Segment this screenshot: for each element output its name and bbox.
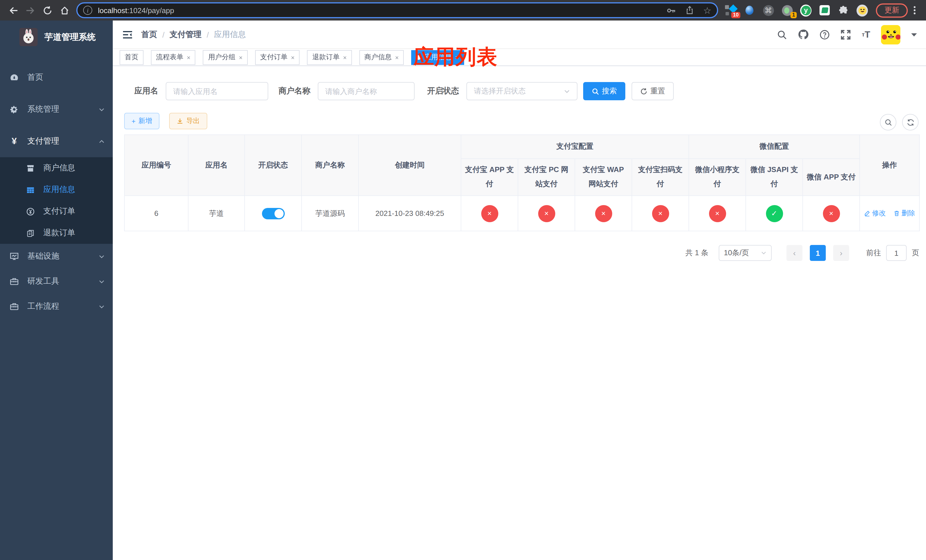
group-alipay-config: 支付宝配置 [461, 135, 689, 159]
reset-button[interactable]: 重置 [632, 82, 674, 100]
bookmark-star-icon[interactable]: ☆ [703, 5, 711, 16]
refresh-table-button[interactable] [902, 114, 918, 130]
status-select[interactable]: 请选择开启状态 [466, 82, 578, 100]
status-alipay-wap: × [595, 205, 612, 222]
font-size-icon[interactable]: тT [862, 29, 870, 39]
avatar-caret-icon[interactable] [911, 32, 917, 37]
grid-table-icon [25, 185, 35, 194]
status-alipay-app: × [481, 205, 498, 222]
plus-icon: + [132, 117, 136, 125]
search-button[interactable]: 搜索 [583, 82, 625, 100]
extension-sketch-icon[interactable]: 10 [725, 5, 736, 16]
extension-balloon-icon[interactable] [744, 5, 755, 16]
next-page-button[interactable]: › [833, 245, 849, 261]
sidebar-item-home[interactable]: 首页 [0, 62, 113, 94]
password-key-icon[interactable] [666, 5, 676, 15]
chevron-down-icon [98, 278, 105, 285]
tab-user-group[interactable]: 用户分组× [203, 50, 248, 65]
close-icon[interactable]: × [239, 54, 243, 61]
close-icon[interactable]: × [343, 54, 347, 61]
table-row: 6 芋道 芋道源码 2021-10-23 08:49:25 × × × × × … [124, 196, 920, 231]
search-icon [592, 88, 599, 95]
page-number-active[interactable]: 1 [810, 245, 826, 261]
user-avatar[interactable] [881, 25, 900, 44]
tab-merchant-info[interactable]: 商户信息× [359, 50, 404, 65]
github-icon[interactable] [798, 29, 809, 40]
search-icon[interactable] [777, 29, 787, 39]
enable-switch[interactable] [262, 207, 284, 219]
tab-pay-orders[interactable]: 支付订单× [255, 50, 300, 65]
forward-icon[interactable] [22, 2, 39, 19]
sidebar-item-pay-orders[interactable]: 支付订单 [0, 201, 113, 222]
export-button[interactable]: 导出 [169, 113, 207, 129]
cell-app-id: 6 [124, 196, 188, 231]
show-search-button[interactable] [880, 114, 896, 130]
briefcase-icon [9, 302, 20, 311]
profile-avatar-icon[interactable] [856, 5, 868, 16]
sidebar-item-infrastructure[interactable]: 基础设施 [0, 244, 113, 269]
breadcrumb-payment[interactable]: 支付管理 [170, 29, 201, 39]
url-text: localhost:1024/pay/app [98, 6, 666, 15]
col-wechat-app: 微信 APP 支付 [803, 159, 859, 196]
tab-process-form[interactable]: 流程表单× [151, 50, 196, 65]
sidebar-item-dev-tools[interactable]: 研发工具 [0, 269, 113, 294]
address-bar[interactable]: i localhost:1024/pay/app ☆ [76, 2, 718, 18]
close-icon[interactable]: × [395, 54, 399, 61]
cell-app-name: 芋道 [188, 196, 245, 231]
reload-icon[interactable] [39, 2, 56, 19]
logo-avatar [20, 28, 38, 46]
sidebar-item-merchant-info[interactable]: 商户信息 [0, 157, 113, 179]
sidebar-item-refund-orders[interactable]: 退款订单 [0, 222, 113, 244]
navbar: 首页 / 支付管理 / 应用信息 [113, 21, 926, 49]
browser-menu-icon[interactable] [914, 6, 921, 15]
close-icon[interactable]: × [291, 54, 295, 61]
close-icon[interactable]: × [187, 54, 191, 61]
app-name-input[interactable] [166, 82, 268, 100]
chevron-down-icon [98, 303, 105, 310]
fullscreen-icon[interactable] [841, 29, 851, 39]
chevron-down-icon [98, 253, 105, 259]
annotation-title: 应用列表 [413, 43, 498, 71]
site-info-icon[interactable]: i [83, 6, 92, 15]
col-app-name: 应用名 [188, 135, 245, 196]
delete-link[interactable]: 删除 [894, 209, 915, 218]
tab-refund-orders[interactable]: 退款订单× [307, 50, 352, 65]
chevron-down-icon [761, 250, 767, 256]
extension-recorder-icon[interactable]: 1 [781, 5, 793, 16]
extension-chat-icon[interactable] [819, 5, 830, 16]
sidebar-item-app-info[interactable]: 应用信息 [0, 179, 113, 201]
tab-home[interactable]: 首页 [120, 50, 144, 65]
group-wechat-config: 微信配置 [689, 135, 859, 159]
chrome-update-button[interactable]: 更新 [876, 3, 908, 17]
breadcrumb-home[interactable]: 首页 [141, 29, 157, 39]
back-icon[interactable] [5, 2, 22, 19]
extension-y-icon[interactable]: y [800, 5, 811, 16]
cell-created: 2021-10-23 08:49:25 [359, 196, 461, 231]
sidebar-toggle-icon[interactable] [120, 26, 136, 42]
edit-link[interactable]: 修改 [864, 209, 885, 218]
help-icon[interactable] [820, 29, 830, 39]
status-wechat-jsapi: ✓ [766, 205, 783, 222]
extension-command-icon[interactable]: ⌘ [763, 5, 774, 16]
app-title: 芋道管理系统 [44, 32, 96, 42]
add-button[interactable]: + 新增 [124, 113, 159, 129]
home-icon[interactable] [56, 2, 73, 19]
status-alipay-pc: × [538, 205, 555, 222]
app-logo: 芋道管理系统 [0, 21, 113, 53]
search-icon [884, 118, 892, 126]
total-count: 共 1 条 [685, 248, 708, 258]
prev-page-button[interactable]: ‹ [787, 245, 802, 261]
sidebar-item-workflow[interactable]: 工作流程 [0, 294, 113, 319]
app-name-label: 应用名 [135, 86, 158, 96]
goto-page-input[interactable] [886, 245, 906, 261]
extensions-puzzle-icon[interactable] [838, 5, 849, 16]
yen-circle-icon [25, 207, 35, 216]
merchant-name-input[interactable] [318, 82, 415, 100]
chevron-down-icon [564, 88, 570, 94]
dashboard-icon [9, 73, 20, 82]
sidebar-item-payment[interactable]: ¥ 支付管理 [0, 125, 113, 157]
toolbox-icon [9, 277, 20, 286]
page-size-select[interactable]: 10条/页 [719, 245, 772, 261]
share-icon[interactable] [685, 6, 694, 15]
sidebar-item-system[interactable]: 系统管理 [0, 94, 113, 125]
